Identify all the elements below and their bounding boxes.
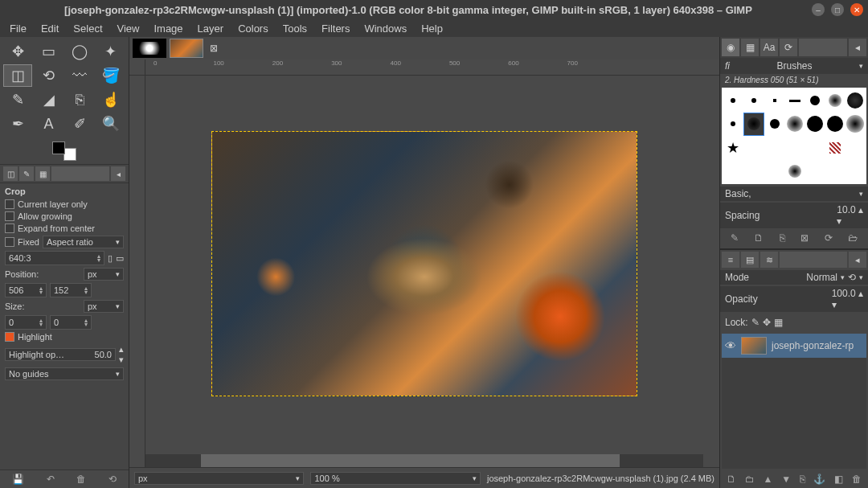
tab-paths[interactable]: ≋: [760, 252, 778, 268]
tab-patterns[interactable]: ▦: [741, 39, 759, 56]
brush-preset-select[interactable]: Basic,▾: [720, 187, 868, 201]
maximize-button[interactable]: □: [831, 3, 844, 16]
horizontal-scrollbar[interactable]: [145, 454, 703, 467]
dup-brush-icon[interactable]: ⎘: [780, 232, 785, 244]
restore-preset-icon[interactable]: ↶: [47, 474, 55, 485]
fg-color[interactable]: [52, 141, 65, 154]
del-layer-icon[interactable]: 🗑: [852, 474, 862, 485]
menu-colors[interactable]: Colors: [231, 21, 275, 36]
image-tab[interactable]: [170, 39, 203, 58]
tab-images[interactable]: ▦: [35, 166, 50, 181]
spacing-value[interactable]: 10.0: [837, 204, 855, 215]
layer-group-icon[interactable]: 🗀: [745, 474, 755, 485]
menu-view[interactable]: View: [111, 21, 146, 36]
tab-menu-icon[interactable]: ◂: [111, 166, 125, 181]
new-layer-icon[interactable]: 🗋: [727, 474, 736, 485]
cb-allow-grow[interactable]: [5, 211, 14, 221]
tab-channels[interactable]: ▤: [741, 252, 759, 268]
horizontal-ruler[interactable]: 0100200300400500600700: [145, 59, 719, 76]
tool-bucket[interactable]: 🪣: [96, 64, 125, 87]
tool-transform[interactable]: ⟲: [35, 64, 63, 87]
position-unit[interactable]: px▾: [84, 268, 124, 281]
cb-current-layer[interactable]: [5, 199, 14, 209]
menu-select[interactable]: Select: [67, 21, 108, 36]
canvas-image[interactable]: [211, 131, 637, 396]
merge-layer-icon[interactable]: ⚓: [813, 474, 825, 485]
mask-layer-icon[interactable]: ◧: [834, 474, 843, 485]
reset-icon[interactable]: ⟲: [108, 474, 117, 485]
menu-help[interactable]: Help: [415, 21, 449, 36]
cb-expand-center[interactable]: [5, 223, 14, 233]
layer-dock-menu-icon[interactable]: ◂: [849, 252, 866, 268]
portrait-icon[interactable]: ▯: [108, 253, 113, 264]
tool-smudge[interactable]: ☝: [96, 88, 125, 111]
tab-layers[interactable]: ≡: [722, 252, 739, 268]
layer-name[interactable]: joseph-gonzalez-rp: [772, 340, 854, 351]
close-button[interactable]: ✕: [850, 3, 863, 16]
tool-picker[interactable]: ✐: [65, 113, 94, 135]
lower-layer-icon[interactable]: ▼: [781, 474, 791, 485]
dup-layer-icon[interactable]: ⎘: [800, 474, 805, 485]
del-brush-icon[interactable]: ⊠: [800, 232, 809, 244]
opacity-value[interactable]: 100.0: [832, 288, 856, 299]
tool-brush[interactable]: ✎: [3, 88, 32, 111]
lock-position-icon[interactable]: ✥: [763, 317, 771, 328]
close-tab-icon[interactable]: ⊠: [207, 43, 221, 54]
vertical-ruler[interactable]: [129, 76, 145, 467]
ruler-origin[interactable]: [129, 59, 145, 76]
refresh-brush-icon[interactable]: ⟳: [825, 232, 833, 244]
menu-file[interactable]: File: [3, 21, 33, 36]
tab-history[interactable]: ⟳: [780, 39, 797, 56]
size-unit[interactable]: px▾: [84, 300, 124, 313]
menu-layer[interactable]: Layer: [191, 21, 231, 36]
tool-move[interactable]: ✥: [3, 40, 32, 63]
visibility-icon[interactable]: 👁: [725, 339, 736, 352]
brush-grid[interactable]: ★: [722, 88, 866, 184]
lock-alpha-icon[interactable]: ▦: [774, 317, 783, 328]
delete-preset-icon[interactable]: 🗑: [76, 474, 86, 485]
menu-edit[interactable]: Edit: [35, 21, 65, 36]
brushes-menu-icon[interactable]: ▾: [859, 62, 863, 70]
tab-brushes[interactable]: ◉: [722, 39, 739, 56]
pos-y-input[interactable]: 152▴▾: [50, 283, 92, 297]
tab-fonts[interactable]: Aa: [760, 39, 778, 56]
menu-image[interactable]: Image: [147, 21, 189, 36]
tab-device[interactable]: ✎: [19, 166, 34, 181]
size-w-input[interactable]: 0▴▾: [5, 315, 47, 330]
unit-select[interactable]: px▾: [134, 472, 304, 485]
save-preset-icon[interactable]: 💾: [12, 474, 24, 485]
guides-select[interactable]: No guides▾: [5, 367, 124, 380]
size-h-input[interactable]: 0▴▾: [50, 315, 92, 330]
tool-fuzzy-select[interactable]: ✦: [96, 40, 125, 63]
pos-x-input[interactable]: 506▴▾: [5, 283, 47, 297]
tool-eraser[interactable]: ◢: [35, 88, 63, 111]
tool-crop[interactable]: ◫: [3, 64, 32, 87]
lock-pixels-icon[interactable]: ✎: [751, 317, 760, 328]
layer-item[interactable]: 👁 joseph-gonzalez-rp: [722, 334, 866, 358]
zoom-select[interactable]: 100 %▾: [310, 472, 480, 485]
edit-brush-icon[interactable]: ✎: [731, 232, 739, 244]
dock-menu-icon[interactable]: ◂: [849, 39, 866, 56]
cb-fixed[interactable]: [5, 237, 14, 247]
aspect-ratio-input[interactable]: 640:3▴▾: [5, 251, 104, 265]
new-brush-icon[interactable]: 🗋: [754, 232, 764, 244]
color-indicator[interactable]: [0, 138, 129, 164]
landscape-icon[interactable]: ▭: [116, 253, 124, 264]
raise-layer-icon[interactable]: ▲: [764, 474, 773, 485]
tool-rect-select[interactable]: ▭: [35, 40, 63, 63]
cb-highlight[interactable]: [5, 332, 14, 342]
fixed-mode-select[interactable]: Aspect ratio▾: [43, 236, 124, 248]
highlight-opacity-slider[interactable]: Highlight op…50.0: [5, 348, 116, 361]
menu-filters[interactable]: Filters: [315, 21, 356, 36]
tool-text[interactable]: A: [35, 113, 63, 135]
tool-warp[interactable]: 〰: [65, 64, 94, 87]
open-brush-icon[interactable]: 🗁: [848, 232, 858, 244]
layer-thumbnail[interactable]: [741, 337, 767, 355]
tool-free-select[interactable]: ◯: [65, 40, 94, 63]
tool-clone[interactable]: ⎘: [65, 88, 94, 111]
menu-tools[interactable]: Tools: [276, 21, 313, 36]
tool-zoom[interactable]: 🔍: [96, 113, 125, 135]
tab-tool-options[interactable]: ◫: [3, 166, 18, 181]
bg-color[interactable]: [63, 148, 76, 161]
tool-path[interactable]: ✒: [3, 113, 32, 135]
